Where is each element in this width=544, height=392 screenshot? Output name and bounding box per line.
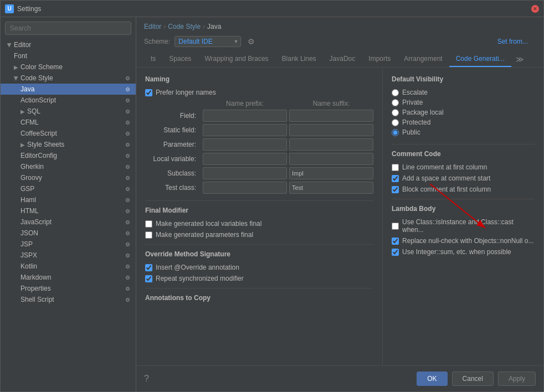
params-final-label: Make generated parameters final	[156, 231, 253, 239]
public-label: Public	[402, 128, 420, 136]
sidebar-item-html[interactable]: HTML ⚙	[1, 205, 136, 216]
jsp-config-icon: ⚙	[124, 240, 131, 248]
sidebar-label-jspx: JSPX	[20, 251, 37, 259]
sidebar-item-properties[interactable]: Properties ⚙	[1, 283, 136, 294]
javascript-config-icon: ⚙	[124, 218, 131, 226]
sidebar-item-groovy[interactable]: Groovy ⚙	[1, 172, 136, 183]
static-field-prefix-input[interactable]	[203, 124, 287, 136]
parameter-prefix-input[interactable]	[203, 138, 287, 151]
tab-ts[interactable]: ts	[144, 51, 162, 67]
tab-code-generation[interactable]: Code Generati...	[449, 51, 511, 67]
tab-spaces[interactable]: Spaces	[162, 51, 198, 67]
private-radio[interactable]	[392, 99, 399, 106]
ok-button[interactable]: OK	[417, 372, 447, 386]
sidebar-label-color-scheme: Color Scheme	[20, 63, 63, 71]
close-button[interactable]: ✕	[531, 5, 539, 13]
sidebar-item-font[interactable]: Font	[1, 50, 136, 61]
static-field-suffix-input[interactable]	[289, 124, 373, 136]
final-modifier-title: Final Modifier	[145, 207, 373, 214]
local-var-prefix-input[interactable]	[203, 153, 287, 165]
subclass-label: Subclass:	[145, 167, 201, 179]
title-bar: U Settings ✕	[1, 1, 543, 17]
static-field-label: Static field:	[145, 124, 201, 136]
field-suffix-input[interactable]	[289, 110, 373, 122]
help-icon[interactable]: ?	[144, 374, 149, 384]
sidebar-item-haml[interactable]: Haml ⚙	[1, 194, 136, 205]
protected-label: Protected	[402, 118, 430, 126]
gherkin-config-icon: ⚙	[124, 163, 131, 171]
tab-blank-lines[interactable]: Blank Lines	[275, 51, 323, 67]
sidebar-item-color-scheme[interactable]: ▶ Color Scheme	[1, 61, 136, 73]
sidebar-item-sql[interactable]: ▶ SQL ⚙	[1, 106, 136, 117]
search-input[interactable]	[5, 22, 131, 35]
sidebar-label-json: JSON	[20, 229, 38, 237]
local-var-suffix-input[interactable]	[289, 153, 373, 165]
sidebar-item-gherkin[interactable]: Gherkin ⚙	[1, 161, 136, 172]
sidebar-label-font: Font	[14, 52, 27, 60]
test-class-prefix-input[interactable]	[203, 182, 287, 194]
add-space-comment-start-checkbox[interactable]	[392, 175, 399, 182]
sidebar-item-java[interactable]: Java ⚙	[1, 84, 136, 95]
field-prefix-input[interactable]	[203, 110, 287, 122]
tab-javadoc[interactable]: JavaDoc	[323, 51, 362, 67]
sidebar-item-code-style[interactable]: ▶ Code Style ⚙	[1, 73, 136, 84]
sidebar-item-editorconfig[interactable]: EditorConfig ⚙	[1, 150, 136, 161]
sidebar-item-actionscript[interactable]: ActionScript ⚙	[1, 95, 136, 106]
escalate-label: Escalate	[402, 89, 428, 96]
replace-null-check-checkbox[interactable]	[392, 238, 399, 245]
breadcrumb-sep1: ›	[163, 23, 166, 30]
add-space-comment-start-label: Add a space at comment start	[402, 174, 490, 182]
use-integer-sum-row: Use Integer::sum, etc. when possible	[392, 248, 535, 256]
sidebar-label-shell-script: Shell Script	[20, 296, 54, 303]
protected-radio[interactable]	[392, 119, 399, 126]
cancel-button[interactable]: Cancel	[452, 372, 494, 386]
public-radio[interactable]	[392, 129, 399, 136]
line-comment-first-col-checkbox[interactable]	[392, 164, 399, 171]
insert-override-checkbox[interactable]	[145, 264, 152, 271]
sidebar-item-jspx[interactable]: JSPX ⚙	[1, 250, 136, 261]
tab-wrapping-braces[interactable]: Wrapping and Braces	[198, 51, 275, 67]
sidebar-item-style-sheets[interactable]: ▶ Style Sheets ⚙	[1, 139, 136, 150]
sidebar-item-jsp[interactable]: JSP ⚙	[1, 239, 136, 250]
repeat-synchronized-checkbox[interactable]	[145, 275, 152, 282]
package-local-radio[interactable]	[392, 109, 399, 116]
test-class-suffix-input[interactable]	[289, 182, 373, 194]
tab-arrangement[interactable]: Arrangement	[397, 51, 449, 67]
parameter-suffix-input[interactable]	[289, 138, 373, 151]
sidebar-item-gsp[interactable]: GSP ⚙	[1, 183, 136, 194]
sidebar-item-editor[interactable]: ▶ Editor	[1, 39, 136, 50]
sidebar-item-javascript[interactable]: JavaScript ⚙	[1, 216, 136, 228]
set-from-link[interactable]: Set from...	[497, 38, 528, 45]
right-divider2	[392, 199, 535, 199]
sidebar-label-style-sheets: Style Sheets	[27, 141, 64, 148]
sql-config-icon: ⚙	[124, 107, 131, 115]
line-comment-first-col-label: Line comment at first column	[402, 163, 487, 171]
scheme-gear-button[interactable]: ⚙	[245, 36, 257, 47]
sidebar-label-html: HTML	[20, 207, 39, 215]
line-comment-first-col-row: Line comment at first column	[392, 163, 535, 171]
use-class-isinstance-checkbox[interactable]	[392, 223, 399, 230]
sidebar: ▶ Editor Font ▶ Color Scheme ▶ Code Styl…	[1, 17, 136, 391]
parameter-label: Parameter:	[145, 138, 201, 151]
apply-button[interactable]: Apply	[498, 372, 536, 386]
tab-more-button[interactable]: ≫	[511, 51, 528, 67]
sidebar-item-markdown[interactable]: Markdown ⚙	[1, 272, 136, 283]
sidebar-item-coffeescript[interactable]: CoffeeScript ⚙	[1, 128, 136, 139]
expand-arrow-color-scheme: ▶	[14, 64, 18, 70]
sidebar-item-kotlin[interactable]: Kotlin ⚙	[1, 261, 136, 272]
use-integer-sum-checkbox[interactable]	[392, 249, 399, 256]
sidebar-item-shell-script[interactable]: Shell Script ⚙	[1, 294, 136, 305]
settings-window: U Settings ✕ ▶ Editor Font ▶ Color Schem…	[0, 0, 544, 392]
prefer-longer-names-checkbox[interactable]	[145, 89, 152, 96]
subclass-suffix-input[interactable]	[289, 167, 373, 179]
sidebar-item-json[interactable]: JSON ⚙	[1, 228, 136, 239]
local-vars-final-checkbox[interactable]	[145, 220, 152, 228]
tab-imports[interactable]: Imports	[362, 51, 397, 67]
block-comment-first-col-checkbox[interactable]	[392, 186, 399, 193]
subclass-prefix-input[interactable]	[203, 167, 287, 179]
sidebar-item-cfml[interactable]: CFML ⚙	[1, 117, 136, 128]
scheme-select[interactable]: Default IDE	[175, 36, 241, 47]
params-final-checkbox[interactable]	[145, 231, 152, 239]
override-method-title: Override Method Signature	[145, 250, 373, 258]
escalate-radio[interactable]	[392, 89, 399, 96]
